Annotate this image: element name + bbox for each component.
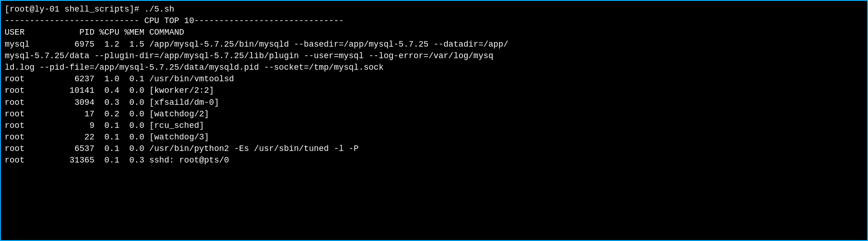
terminal-line: root 10141 0.4 0.0 [kworker/2:2]	[5, 85, 863, 96]
terminal-window: [root@ly-01 shell_scripts]# ./5.sh------…	[0, 0, 868, 241]
terminal-line: mysql-5.7.25/data --plugin-dir=/app/mysq…	[5, 50, 863, 62]
terminal-line: root 9 0.1 0.0 [rcu_sched]	[5, 120, 863, 132]
terminal-line: --------------------------- CPU TOP 10--…	[5, 15, 863, 27]
terminal-line: [root@ly-01 shell_scripts]# ./5.sh	[5, 4, 863, 15]
terminal-line: root 31365 0.1 0.3 sshd: root@pts/0	[5, 155, 863, 166]
terminal-line: root 17 0.2 0.0 [watchdog/2]	[5, 108, 863, 120]
terminal-line: USER PID %CPU %MEM COMMAND	[5, 27, 863, 38]
terminal-line: root 3094 0.3 0.0 [xfsaild/dm-0]	[5, 97, 863, 108]
terminal-line: root 22 0.1 0.0 [watchdog/3]	[5, 132, 863, 143]
terminal-line: root 6537 0.1 0.0 /usr/bin/python2 -Es /…	[5, 143, 863, 155]
terminal-line: root 6237 1.0 0.1 /usr/bin/vmtoolsd	[5, 73, 863, 85]
terminal-line: mysql 6975 1.2 1.5 /app/mysql-5.7.25/bin…	[5, 39, 863, 50]
terminal-line: ld.log --pid-file=/app/mysql-5.7.25/data…	[5, 62, 863, 73]
